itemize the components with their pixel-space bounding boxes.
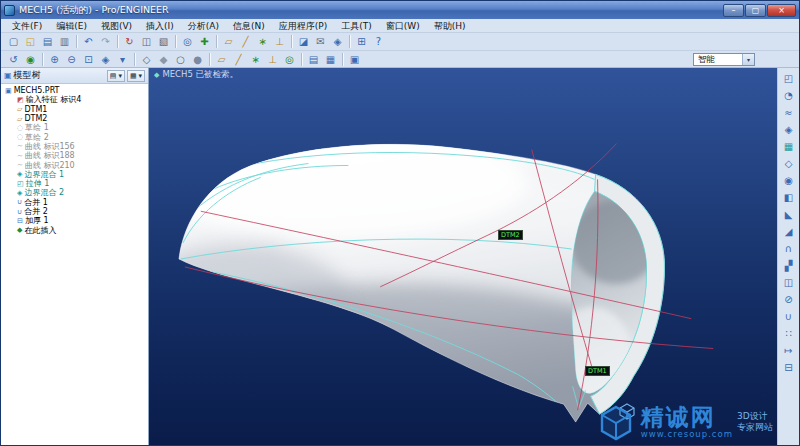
menu-analysis[interactable]: 分析(A)	[181, 19, 226, 33]
refit-icon[interactable]: ⊡	[80, 52, 97, 67]
hidden-line-icon[interactable]: ◆	[155, 52, 172, 67]
watermark-name: 精诚网	[641, 406, 733, 429]
zoom-in-icon[interactable]: ⊕	[46, 52, 63, 67]
trim-tool-icon[interactable]: ⊘	[780, 291, 798, 308]
copy-icon[interactable]: ◫	[138, 34, 155, 49]
feature-icon: ~	[17, 142, 23, 150]
help-icon[interactable]: ?	[370, 34, 387, 49]
spin-center-toggle-icon[interactable]: ◎	[281, 52, 298, 67]
shaded-icon[interactable]: ●	[189, 52, 206, 67]
menu-info[interactable]: 信息(N)	[226, 19, 272, 33]
toolbar-separator	[134, 53, 135, 66]
chamfer-tool-icon[interactable]: ▞	[780, 257, 798, 274]
tree-show-menu-button[interactable]: ▤ ▾	[107, 70, 125, 82]
thicken-tool-icon[interactable]: ⊟	[780, 359, 798, 376]
datum-point-toggle-icon[interactable]: ∗	[247, 52, 264, 67]
rib-tool-icon[interactable]: ◣	[780, 206, 798, 223]
chevron-down-icon[interactable]: ▾	[742, 54, 754, 65]
repaint-icon[interactable]: ↺	[5, 52, 22, 67]
tree-item-9[interactable]: ◈边界混合 1	[1, 170, 148, 179]
tree-item-8[interactable]: ~曲线 标识210	[1, 160, 148, 169]
tree-item-4[interactable]: ◌草绘 1	[1, 123, 148, 132]
tree-item-2[interactable]: ▱DTM1	[1, 105, 148, 114]
paste-icon[interactable]: ▧	[155, 34, 172, 49]
csys-toggle-icon[interactable]: ⊥	[264, 52, 281, 67]
open-file-icon[interactable]: ◱	[22, 34, 39, 49]
menu-window[interactable]: 窗口(W)	[379, 19, 427, 33]
title-bar: MECH5 (活动的) - Pro/ENGINEER – ▢ ×	[1, 1, 799, 19]
model-tree-menus: ▤ ▾▦ ▾	[107, 70, 145, 82]
3d-model-canvas[interactable]	[149, 68, 777, 445]
close-button[interactable]: ×	[767, 4, 796, 17]
maximize-button[interactable]: ▢	[745, 4, 766, 17]
coordinate-system-icon[interactable]: ⊥	[271, 34, 288, 49]
mirror-tool-icon[interactable]: ◫	[780, 274, 798, 291]
extend-tool-icon[interactable]: ↦	[780, 342, 798, 359]
tree-item-13[interactable]: ∪合并 2	[1, 207, 148, 216]
mail-icon[interactable]: ✉	[312, 34, 329, 49]
minimize-button[interactable]: –	[723, 4, 744, 17]
extrude-tool-icon[interactable]: ◰	[780, 70, 798, 87]
revolve-tool-icon[interactable]: ◔	[780, 87, 798, 104]
feature-icon: ~	[17, 152, 23, 160]
wireframe-icon[interactable]: ◇	[138, 52, 155, 67]
draft-tool-icon[interactable]: ◢	[780, 223, 798, 240]
boundary-blend-tool-icon[interactable]: ▦	[780, 138, 798, 155]
annotation-icon[interactable]: ▣	[346, 52, 363, 67]
print-icon[interactable]: ▥	[56, 34, 73, 49]
search-icon[interactable]: ◎	[179, 34, 196, 49]
tree-item-11[interactable]: ◈边界混合 2	[1, 188, 148, 197]
sketch-tool-icon[interactable]: ◪	[295, 34, 312, 49]
graphics-viewport[interactable]: ◆ MECH5 已被检索。 DTM2DTM1	[149, 68, 777, 445]
spin-center-icon[interactable]: ◉	[22, 52, 39, 67]
undo-icon[interactable]: ↶	[80, 34, 97, 49]
app-icon	[4, 5, 15, 16]
saved-views-icon[interactable]: ▾	[114, 52, 131, 67]
redo-icon[interactable]: ↷	[97, 34, 114, 49]
menu-tools[interactable]: 工具(T)	[334, 19, 379, 33]
sweep-tool-icon[interactable]: ≈	[780, 104, 798, 121]
feature-icon: ◌	[17, 133, 23, 141]
blend-tool-icon[interactable]: ◈	[780, 121, 798, 138]
pattern-tool-icon[interactable]: ∷	[780, 325, 798, 342]
datum-point-icon[interactable]: ∗	[254, 34, 271, 49]
tree-item-14[interactable]: ⊟加厚 1	[1, 216, 148, 225]
datum-plane-icon[interactable]: ▱	[220, 34, 237, 49]
layers-icon[interactable]: ▤	[305, 52, 322, 67]
tree-item-1[interactable]: ◩输入特征 标识4	[1, 95, 148, 104]
tree-item-3[interactable]: ▱DTM2	[1, 114, 148, 123]
round-tool-icon[interactable]: ∩	[780, 240, 798, 257]
new-file-icon[interactable]: ▢	[5, 34, 22, 49]
tree-item-10[interactable]: ◰拉伸 1	[1, 179, 148, 188]
view-toolbar-icons: ↺◉⊕⊖⊡◈▾◇◆○●▱╱∗⊥◎▤▦▣	[5, 52, 363, 67]
toolbar-separator	[349, 35, 350, 48]
datum-axis-icon[interactable]: ╱	[237, 34, 254, 49]
watermark-tagline-2: 专家网站	[737, 422, 773, 433]
selection-filter[interactable]: 智能 ▾	[693, 53, 755, 66]
no-hidden-icon[interactable]: ○	[172, 52, 189, 67]
orient-mode-icon[interactable]: ◈	[97, 52, 114, 67]
save-icon[interactable]: ▤	[39, 34, 56, 49]
view-manager-icon[interactable]: ▦	[322, 52, 339, 67]
datum-axis-toggle-icon[interactable]: ╱	[230, 52, 247, 67]
tree-item-12[interactable]: ∪合并 1	[1, 198, 148, 207]
tree-settings-menu-button[interactable]: ▦ ▾	[127, 70, 145, 82]
menu-insert[interactable]: 插入(I)	[139, 19, 181, 33]
window-icon[interactable]: ⊞	[353, 34, 370, 49]
menu-edit[interactable]: 编辑(E)	[49, 19, 94, 33]
datum-plane-toggle-icon[interactable]: ▱	[213, 52, 230, 67]
menu-help[interactable]: 帮助(H)	[427, 19, 473, 33]
menu-file[interactable]: 文件(F)	[5, 19, 49, 33]
regenerate-icon[interactable]: ↻	[121, 34, 138, 49]
merge-tool-icon[interactable]: ∪	[780, 308, 798, 325]
model-info-icon[interactable]: ◈	[329, 34, 346, 49]
select-icon[interactable]: ✚	[196, 34, 213, 49]
menu-applications[interactable]: 应用程序(P)	[272, 19, 334, 33]
hole-tool-icon[interactable]: ◉	[780, 172, 798, 189]
menu-view[interactable]: 视图(V)	[94, 19, 139, 33]
toolbar-view: ↺◉⊕⊖⊡◈▾◇◆○●▱╱∗⊥◎▤▦▣ 智能 ▾	[1, 51, 799, 68]
shell-tool-icon[interactable]: ◧	[780, 189, 798, 206]
style-tool-icon[interactable]: ◇	[780, 155, 798, 172]
tree-item-15[interactable]: ◆在此插入	[1, 225, 148, 234]
zoom-out-icon[interactable]: ⊖	[63, 52, 80, 67]
